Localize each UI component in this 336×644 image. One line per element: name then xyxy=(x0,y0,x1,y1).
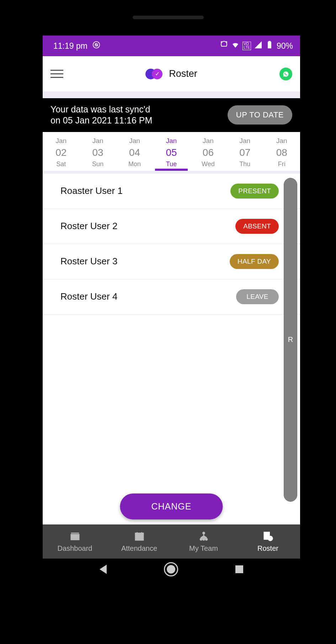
date-dow: Sun xyxy=(79,160,116,168)
volte-icon: VOLTE xyxy=(242,42,251,50)
status-time: 11:19 pm xyxy=(53,41,87,51)
home-button[interactable] xyxy=(164,562,178,576)
date-cell-08[interactable]: Jan 08 Fri xyxy=(263,132,300,168)
roster-row[interactable]: Roster User 4 LEAVE xyxy=(43,279,300,315)
date-month: Jan xyxy=(153,137,190,145)
date-day: 04 xyxy=(116,147,153,158)
date-day: 06 xyxy=(190,147,226,158)
date-month: Jan xyxy=(263,137,300,145)
date-cell-06[interactable]: Jan 06 Wed xyxy=(190,132,226,168)
date-dow: Tue xyxy=(153,160,190,168)
battery-icon xyxy=(265,41,274,51)
roster-row[interactable]: Roster User 2 ABSENT xyxy=(43,209,300,244)
date-day: 02 xyxy=(43,147,79,158)
change-button[interactable]: CHANGE xyxy=(120,493,223,519)
date-day: 03 xyxy=(79,147,116,158)
battery-percent: 90% xyxy=(277,41,293,51)
menu-icon[interactable] xyxy=(50,70,63,78)
date-cell-03[interactable]: Jan 03 Sun xyxy=(79,132,116,168)
date-dow: Mon xyxy=(116,160,153,168)
sync-text: Your data was last sync'd on 05 Jan 2021… xyxy=(50,104,152,126)
nav-icon xyxy=(134,531,145,543)
roster-user-name: Roster User 3 xyxy=(60,256,117,267)
date-cell-02[interactable]: Jan 02 Sat xyxy=(43,132,79,168)
svg-rect-2 xyxy=(268,42,271,48)
nav-dashboard[interactable]: Dashboard xyxy=(43,524,107,559)
sync-button[interactable]: UP TO DATE xyxy=(228,105,292,125)
date-month: Jan xyxy=(43,137,79,145)
roster-user-name: Roster User 2 xyxy=(60,221,117,232)
screen: 11:19 pm VOLTE 90% ✓ xyxy=(43,36,300,580)
svg-point-9 xyxy=(206,538,207,540)
nav-icon xyxy=(198,531,209,543)
wifi-icon xyxy=(231,41,240,51)
roster-user-name: Roaster User 1 xyxy=(60,185,123,196)
nav-attendance[interactable]: Attendance xyxy=(107,524,171,559)
nav-label: Roster xyxy=(257,544,278,553)
alarm-icon xyxy=(220,41,228,51)
roster-list: Roaster User 1 PRESENTRoster User 2 ABSE… xyxy=(43,174,300,537)
back-button[interactable] xyxy=(100,565,107,574)
date-cell-05[interactable]: Jan 05 Tue xyxy=(153,132,190,168)
nav-icon xyxy=(70,531,80,543)
date-dow: Wed xyxy=(190,160,226,168)
scroll-letter: R xyxy=(288,336,293,344)
date-month: Jan xyxy=(190,137,226,145)
roster-row[interactable]: Roaster User 1 PRESENT xyxy=(43,174,300,209)
svg-rect-4 xyxy=(71,534,79,540)
nav-label: Attendance xyxy=(121,544,157,553)
date-month: Jan xyxy=(79,137,116,145)
whatsapp-icon[interactable] xyxy=(279,68,292,80)
status-pill[interactable]: ABSENT xyxy=(235,219,279,234)
date-month: Jan xyxy=(116,137,153,145)
date-dow: Thu xyxy=(226,160,263,168)
date-day: 05 xyxy=(153,147,190,158)
signal-icon xyxy=(254,41,262,51)
recents-button[interactable] xyxy=(235,565,243,573)
phone-speaker xyxy=(133,16,204,19)
dnd-icon xyxy=(92,41,100,51)
app-header: ✓ Roster xyxy=(43,56,300,92)
status-pill[interactable]: PRESENT xyxy=(230,184,279,199)
nav-icon xyxy=(263,531,273,543)
app-logo: ✓ xyxy=(145,68,162,80)
date-month: Jan xyxy=(226,137,263,145)
divider xyxy=(43,92,300,98)
date-day: 07 xyxy=(226,147,263,158)
roster-user-name: Roster User 4 xyxy=(60,291,117,302)
svg-rect-3 xyxy=(268,41,271,42)
status-pill[interactable]: HALF DAY xyxy=(230,254,279,269)
date-dow: Sat xyxy=(43,160,79,168)
nav-label: My Team xyxy=(189,544,218,553)
bottom-nav: Dashboard Attendance My Team Roster xyxy=(43,524,300,559)
date-cell-07[interactable]: Jan 07 Thu xyxy=(226,132,263,168)
nav-roster[interactable]: Roster xyxy=(236,524,300,559)
date-cell-04[interactable]: Jan 04 Mon xyxy=(116,132,153,168)
phone-frame: 11:19 pm VOLTE 90% ✓ xyxy=(32,3,304,604)
svg-point-8 xyxy=(203,538,204,540)
scroll-indexer[interactable]: R xyxy=(284,178,297,502)
sync-bar: Your data was last sync'd on 05 Jan 2021… xyxy=(43,98,300,132)
page-title: Roster xyxy=(169,68,197,79)
date-dow: Fri xyxy=(263,160,300,168)
status-bar: 11:19 pm VOLTE 90% xyxy=(43,36,300,56)
roster-row[interactable]: Roster User 3 HALF DAY xyxy=(43,244,300,279)
nav-label: Dashboard xyxy=(58,544,92,553)
date-day: 08 xyxy=(263,147,300,158)
svg-point-7 xyxy=(200,538,202,540)
system-nav xyxy=(43,559,300,580)
nav-my-team[interactable]: My Team xyxy=(171,524,236,559)
date-strip: Jan 02 SatJan 03 SunJan 04 MonJan 05 Tue… xyxy=(43,132,300,174)
status-pill[interactable]: LEAVE xyxy=(236,289,279,304)
svg-point-6 xyxy=(203,532,204,534)
